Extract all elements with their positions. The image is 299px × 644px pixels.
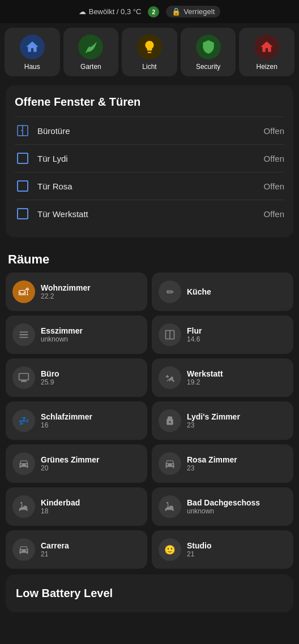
door-row-werkstatt[interactable]: Tür Werkstatt Offen — [15, 200, 284, 227]
svg-point-2 — [21, 130, 22, 131]
door-row-buerotuer[interactable]: Bürotüre Offen — [15, 116, 284, 144]
room-name-werkstatt: Werkstatt — [187, 369, 223, 378]
room-icon-bad-dachgeschoss — [159, 495, 181, 518]
room-name-gruenes-zimmer: Grünes Zimmer — [41, 455, 99, 464]
room-temp-buero: 25.9 — [41, 378, 59, 386]
svg-rect-10 — [21, 381, 27, 382]
room-temp-kinderbad: 18 — [41, 507, 80, 515]
status-bar: ☁ Bewölkt / 0,3 °C 2 🔒 Verriegelt — [0, 0, 299, 23]
room-temp-gruenes-zimmer: 20 — [41, 464, 99, 472]
room-name-rosa-zimmer: Rosa Zimmer — [187, 455, 237, 464]
door-status-rosa: Offen — [264, 181, 284, 191]
room-esszimmer[interactable]: Esszimmer unknown — [6, 315, 147, 354]
nav-item-haus[interactable]: Haus — [5, 28, 60, 76]
room-studio[interactable]: 🙂 Studio 21 — [152, 530, 293, 569]
room-flur[interactable]: Flur 14.6 — [152, 315, 293, 354]
door-name-lydi: Tür Lydi — [37, 154, 68, 163]
room-wohnzimmer[interactable]: 🛋 Wohnzimmer 22.2 — [6, 273, 147, 311]
room-icon-gruenes-zimmer — [12, 452, 35, 475]
room-name-wohnzimmer: Wohnzimmer — [41, 283, 91, 292]
nav-item-security[interactable]: Security — [181, 28, 236, 76]
nav-icon-security — [196, 34, 221, 59]
room-werkstatt[interactable]: Werkstatt 19.2 — [152, 358, 293, 397]
svg-rect-5 — [18, 209, 28, 219]
room-temp-schlafzimmer: 16 — [41, 421, 92, 429]
rooms-grid: 🛋 Wohnzimmer 22.2 ✏ Küche Esszimmer unkn… — [0, 273, 299, 569]
room-temp-carrera: 21 — [41, 550, 69, 558]
room-temp-lydi-zimmer: 23 — [187, 421, 240, 429]
door-row-lydi[interactable]: Tür Lydi Offen — [15, 144, 284, 172]
room-name-kinderbad: Kinderbad — [41, 498, 80, 507]
svg-rect-4 — [18, 181, 28, 191]
room-name-schlafzimmer: Schlafzimmer — [41, 412, 92, 421]
room-name-kueche: Küche — [187, 287, 211, 296]
room-icon-esszimmer — [12, 323, 35, 346]
door-name-rosa: Tür Rosa — [37, 181, 72, 191]
door-name-buerotuer: Bürotüre — [37, 126, 70, 136]
door-icon-buerotuer — [15, 123, 31, 139]
lock-label: Verriegelt — [183, 7, 215, 16]
room-icon-flur — [159, 323, 181, 346]
nav-label-garten: Garten — [80, 63, 101, 71]
door-row-rosa[interactable]: Tür Rosa Offen — [15, 172, 284, 200]
room-kueche[interactable]: ✏ Küche — [152, 273, 293, 311]
nav-label-haus: Haus — [24, 63, 40, 71]
room-temp-studio: 21 — [187, 550, 212, 558]
room-icon-kueche: ✏ — [159, 280, 181, 303]
room-rosa-zimmer[interactable]: Rosa Zimmer 23 — [152, 444, 293, 483]
door-icon-rosa — [15, 178, 31, 194]
weather-icon: ☁ — [79, 7, 86, 16]
room-lydi-zimmer[interactable]: Lydi's Zimmer 23 — [152, 401, 293, 440]
svg-rect-9 — [22, 380, 26, 381]
room-name-carrera: Carrera — [41, 541, 69, 550]
door-icon-werkstatt — [15, 206, 31, 222]
room-bad-dachgeschoss[interactable]: Bad Dachgeschoss unknown — [152, 487, 293, 526]
svg-rect-8 — [19, 374, 29, 381]
notification-count: 2 — [152, 8, 155, 15]
notification-badge[interactable]: 2 — [148, 6, 159, 18]
room-temp-esszimmer: unknown — [41, 335, 83, 343]
lock-status[interactable]: 🔒 Verriegelt — [166, 6, 220, 18]
door-status-lydi: Offen — [264, 154, 284, 163]
room-icon-wohnzimmer: 🛋 — [12, 280, 35, 303]
weather-status: ☁ Bewölkt / 0,3 °C — [79, 7, 142, 16]
door-status-buerotuer: Offen — [264, 126, 284, 136]
windows-title: Offene Fenster & Türen — [15, 96, 284, 109]
room-name-lydi-zimmer: Lydi's Zimmer — [187, 412, 240, 421]
room-icon-werkstatt — [159, 366, 181, 389]
nav-label-heizen: Heizen — [256, 63, 277, 71]
svg-rect-3 — [18, 153, 28, 163]
room-buero[interactable]: Büro 25.9 — [6, 358, 147, 397]
room-icon-carrera — [12, 538, 35, 561]
battery-section: Low Battery Level — [6, 574, 293, 612]
room-icon-studio: 🙂 — [159, 538, 181, 561]
nav-item-heizen[interactable]: Heizen — [239, 28, 294, 76]
nav-item-garten[interactable]: Garten — [63, 28, 119, 76]
door-status-werkstatt: Offen — [264, 209, 284, 219]
rooms-title: Räume — [0, 242, 299, 273]
room-schlafzimmer[interactable]: 💤 Schlafzimmer 16 — [6, 401, 147, 440]
room-name-buero: Büro — [41, 369, 59, 378]
weather-label: Bewölkt / 0,3 °C — [89, 7, 142, 16]
room-temp-flur: 14.6 — [187, 335, 202, 343]
windows-section: Offene Fenster & Türen Bürotüre Offen Tü… — [6, 85, 293, 237]
room-temp-bad-dachgeschoss: unknown — [187, 507, 260, 515]
room-kinderbad[interactable]: Kinderbad 18 — [6, 487, 147, 526]
room-icon-lydi-zimmer — [159, 409, 181, 432]
room-icon-buero — [12, 366, 35, 389]
battery-title: Low Battery Level — [16, 587, 283, 600]
lock-icon: 🔒 — [172, 7, 181, 16]
nav-item-licht[interactable]: Licht — [122, 28, 177, 76]
room-icon-rosa-zimmer — [159, 452, 181, 475]
room-gruenes-zimmer[interactable]: Grünes Zimmer 20 — [6, 444, 147, 483]
room-carrera[interactable]: Carrera 21 — [6, 530, 147, 569]
nav-bar: Haus Garten Licht Security Heizen — [0, 23, 299, 81]
door-icon-lydi — [15, 150, 31, 166]
room-name-esszimmer: Esszimmer — [41, 326, 83, 335]
nav-icon-licht — [137, 34, 162, 59]
room-icon-schlafzimmer: 💤 — [12, 409, 35, 432]
room-temp-werkstatt: 19.2 — [187, 378, 223, 386]
room-name-bad-dachgeschoss: Bad Dachgeschoss — [187, 498, 260, 507]
room-icon-kinderbad — [12, 495, 35, 518]
nav-icon-haus — [20, 34, 45, 59]
